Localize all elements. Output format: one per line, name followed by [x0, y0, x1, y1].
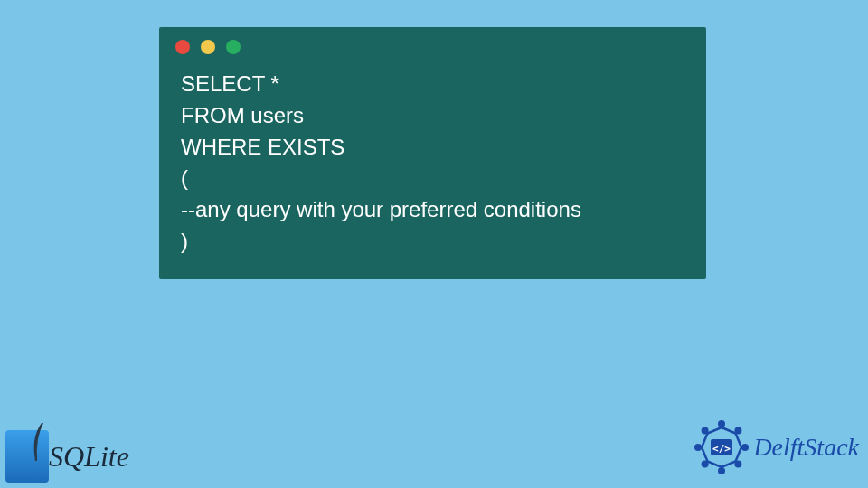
delftstack-text: DelftStack	[753, 433, 859, 462]
code-window: SELECT * FROM users WHERE EXISTS ( --any…	[159, 27, 706, 279]
code-line-3: WHERE EXISTS	[181, 135, 344, 159]
code-line-5: --any query with your preferred conditio…	[181, 197, 581, 221]
minimize-icon	[201, 40, 215, 54]
code-line-2: FROM users	[181, 103, 304, 127]
sqlite-text: SQLite	[49, 440, 129, 474]
svg-text:</>: </>	[712, 443, 731, 455]
delftstack-logo: </> DelftStack	[693, 419, 859, 475]
maximize-icon	[226, 40, 241, 54]
code-line-6: )	[181, 229, 188, 253]
sqlite-box-icon	[5, 430, 49, 483]
close-icon	[175, 40, 190, 54]
feather-icon	[29, 421, 45, 465]
delftstack-icon: </>	[693, 419, 750, 475]
code-content: SELECT * FROM users WHERE EXISTS ( --any…	[159, 60, 706, 279]
sqlite-logo: SQLite	[5, 430, 129, 483]
code-line-1: SELECT *	[181, 71, 279, 96]
code-line-4: (	[181, 165, 188, 190]
window-header	[159, 27, 706, 60]
